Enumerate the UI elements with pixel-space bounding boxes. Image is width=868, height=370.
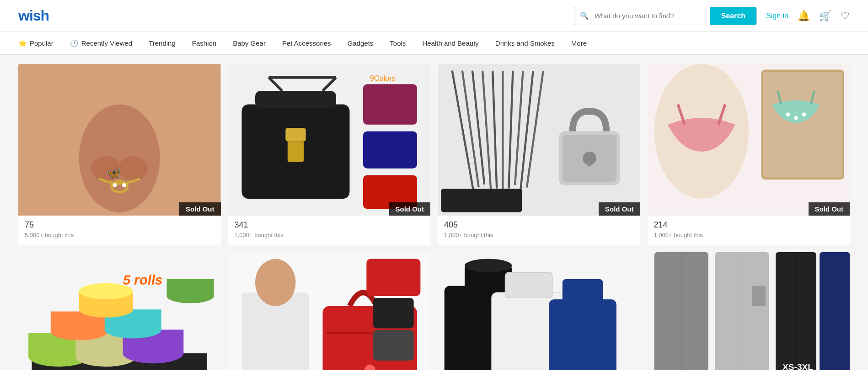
nav-item-label-baby-gear: Baby Gear	[233, 39, 266, 47]
popular-icon: ⭐	[18, 39, 27, 48]
header-right: 🔍 Search Sign in 🔔 🛒 ♡	[574, 7, 850, 25]
nav-item-label-gadgets: Gadgets	[348, 39, 374, 47]
product-card-p4[interactable]: Sold Out2141,000+ bought this	[648, 64, 850, 245]
nav-item-label-pet-accessories: Pet Accessories	[282, 39, 331, 47]
svg-rect-81	[563, 279, 603, 303]
svg-rect-16	[363, 84, 417, 125]
product-price: 405	[444, 220, 634, 230]
svg-rect-64	[167, 279, 214, 296]
product-sold-count: 5,000+ bought this	[25, 232, 214, 238]
search-input[interactable]	[595, 7, 710, 24]
svg-point-43	[786, 112, 790, 116]
svg-rect-14	[285, 128, 305, 142]
svg-point-67	[255, 259, 296, 306]
main-content: 🦋 Sold Out755,000+ bought this 9Colors S…	[0, 55, 868, 370]
product-sold-count: 1,000+ bought this	[235, 232, 424, 238]
product-info-p2: 3411,000+ bought this	[228, 216, 431, 245]
sold-out-badge: Sold Out	[389, 202, 431, 216]
product-card-p3[interactable]: Sold Out4051,000+ bought this	[438, 64, 640, 245]
product-image-wrap-p5: 5 rolls Sold Out	[18, 252, 221, 370]
nav-item-health-beauty[interactable]: Health and Beauty	[422, 39, 478, 47]
product-card-p7[interactable]: Sold Out	[438, 252, 640, 370]
search-bar: 🔍 Search	[574, 7, 757, 25]
nav-item-trending[interactable]: Trending	[149, 39, 176, 47]
product-card-p5[interactable]: 5 rolls Sold Out	[18, 252, 221, 370]
svg-text:🦋: 🦋	[106, 166, 122, 180]
product-card-p1[interactable]: 🦋 Sold Out755,000+ bought this	[18, 64, 221, 245]
svg-text:5 rolls: 5 rolls	[123, 272, 163, 287]
svg-text:9Colors: 9Colors	[370, 74, 395, 82]
svg-rect-26	[502, 71, 504, 192]
nav-item-gadgets[interactable]: Gadgets	[348, 39, 374, 47]
product-info-p1: 755,000+ bought this	[18, 216, 221, 245]
product-image-wrap-p3: Sold Out	[438, 64, 640, 216]
nav-item-label-popular: Popular	[30, 39, 54, 47]
product-image-wrap-p7: Sold Out	[438, 252, 640, 370]
svg-rect-70	[366, 259, 420, 296]
recently-viewed-icon: 🕐	[70, 39, 79, 48]
cart-icon[interactable]: 🛒	[819, 10, 831, 22]
main-nav: ⭐Popular🕐Recently ViewedTrendingFashionB…	[0, 32, 868, 55]
product-image-wrap-p4: Sold Out	[648, 64, 850, 216]
product-image-wrap-p8: XS-3XL Sold Out	[648, 252, 850, 370]
svg-point-45	[802, 112, 806, 116]
svg-rect-71	[373, 298, 414, 328]
product-sold-count: 1,000+ bought this	[654, 232, 844, 238]
svg-point-44	[794, 116, 798, 120]
wishlist-heart-icon[interactable]: ♡	[841, 10, 850, 22]
search-button[interactable]: Search	[710, 7, 756, 25]
product-info-p4: 2141,000+ bought this	[648, 216, 850, 245]
nav-item-label-recently-viewed: Recently Viewed	[81, 39, 132, 47]
svg-text:XS-3XL: XS-3XL	[782, 362, 813, 370]
nav-item-drinks-smokes[interactable]: Drinks and Smokes	[495, 39, 555, 47]
nav-item-label-more: More	[571, 39, 587, 47]
svg-rect-80	[549, 299, 616, 370]
nav-item-label-fashion: Fashion	[192, 39, 216, 47]
product-price: 214	[654, 220, 844, 230]
svg-point-5	[113, 183, 117, 187]
sign-in-link[interactable]: Sign in	[766, 12, 788, 20]
svg-rect-15	[287, 142, 303, 162]
header: wish 🔍 Search Sign in 🔔 🛒 ♡	[0, 0, 868, 32]
svg-point-6	[122, 183, 126, 187]
product-card-p8[interactable]: XS-3XL Sold Out	[648, 252, 850, 370]
nav-item-fashion[interactable]: Fashion	[192, 39, 216, 47]
product-sold-count: 1,000+ bought this	[444, 232, 634, 238]
svg-rect-37	[762, 71, 843, 179]
nav-item-pet-accessories[interactable]: Pet Accessories	[282, 39, 331, 47]
notification-bell-icon[interactable]: 🔔	[798, 10, 810, 22]
sold-out-badge: Sold Out	[599, 202, 640, 216]
sold-out-badge: Sold Out	[179, 202, 221, 216]
svg-rect-90	[820, 252, 850, 370]
svg-point-3	[118, 156, 148, 180]
product-image-wrap-p2: 9Colors Sold Out	[228, 64, 431, 216]
nav-item-label-health-beauty: Health and Beauty	[422, 39, 478, 47]
svg-point-77	[465, 259, 512, 273]
product-info-p3: 4051,000+ bought this	[438, 216, 640, 245]
product-price: 75	[25, 220, 214, 230]
nav-item-recently-viewed[interactable]: 🕐Recently Viewed	[70, 39, 132, 48]
svg-point-1	[79, 105, 160, 212]
nav-item-label-trending: Trending	[149, 39, 176, 47]
svg-rect-72	[373, 330, 414, 360]
product-image-wrap-p6: Sold Out	[228, 252, 431, 370]
sold-out-badge: Sold Out	[809, 202, 850, 216]
product-card-p6[interactable]: Sold Out	[228, 252, 431, 370]
nav-item-popular[interactable]: ⭐Popular	[18, 39, 54, 48]
logo[interactable]: wish	[18, 7, 49, 24]
svg-rect-35	[441, 189, 522, 212]
svg-rect-79	[505, 272, 552, 298]
product-card-p2[interactable]: 9Colors Sold Out3411,000+ bought this	[228, 64, 431, 245]
product-grid: 🦋 Sold Out755,000+ bought this 9Colors S…	[18, 64, 850, 370]
nav-item-tools[interactable]: Tools	[390, 39, 406, 47]
search-icon: 🔍	[574, 11, 595, 20]
svg-rect-87	[752, 286, 766, 306]
svg-rect-17	[363, 132, 417, 169]
nav-item-more[interactable]: More	[571, 39, 587, 47]
nav-item-baby-gear[interactable]: Baby Gear	[233, 39, 266, 47]
svg-rect-10	[255, 91, 336, 108]
nav-item-label-tools: Tools	[390, 39, 406, 47]
nav-item-label-drinks-smokes: Drinks and Smokes	[495, 39, 555, 47]
svg-rect-34	[587, 159, 591, 167]
product-price: 341	[235, 220, 424, 230]
